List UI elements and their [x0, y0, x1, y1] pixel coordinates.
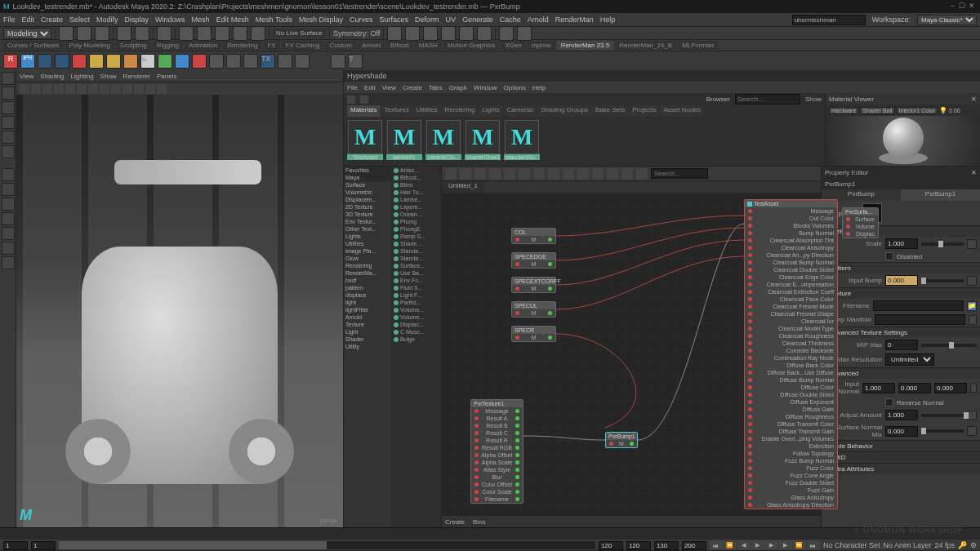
node-pxrtexture[interactable]: PxrTexture1 MessageResult AResult BResul… [470, 399, 523, 504]
save-scene-icon[interactable] [95, 26, 109, 41]
mipbias-slider[interactable] [921, 344, 977, 347]
mv-close-icon[interactable]: ✕ [971, 96, 977, 103]
history-icon[interactable] [405, 26, 420, 41]
browser-tab-bakesets[interactable]: Bake Sets [592, 105, 628, 117]
list-item[interactable]: Volume... [391, 306, 441, 313]
tree-item[interactable]: Displacem... [344, 196, 391, 203]
mv-shape-select[interactable]: Shader Ball [860, 107, 894, 114]
menu-mesh[interactable]: Mesh [192, 16, 210, 24]
fps-display[interactable]: 24 fps [934, 541, 955, 549]
disabled-checkbox[interactable] [885, 252, 893, 260]
hs-menu-tabs[interactable]: Tabs [429, 84, 443, 91]
tree-item[interactable]: Env Textur... [344, 218, 391, 225]
browser-tab-shadinggroups[interactable]: Shading Groups [537, 105, 591, 117]
browser-tab-cameras[interactable]: Cameras [504, 105, 537, 117]
shelf-tab-arnold[interactable]: Arnold [358, 41, 385, 50]
adjustamount-field[interactable] [885, 410, 918, 420]
viewport-3d-view[interactable]: persp M [16, 95, 343, 527]
shelf-icon-7[interactable] [106, 54, 121, 69]
symmetry-dropdown[interactable]: Symmetry: Off [333, 29, 380, 38]
list-item[interactable]: Bulge [391, 335, 441, 343]
menu-meshdisplay[interactable]: Mesh Display [299, 16, 343, 24]
shelf-tab-fxcaching[interactable]: FX Caching [282, 41, 324, 50]
vp-tool-icon[interactable] [88, 84, 98, 94]
snap-grid-icon[interactable] [179, 26, 194, 41]
list-item[interactable]: Fluid S... [391, 284, 441, 291]
shelf-tab-rendering[interactable]: Rendering [223, 41, 261, 50]
vp-menu-panels[interactable]: Panels [157, 73, 176, 80]
browser-tab-utilities[interactable]: Utilities [413, 105, 441, 117]
pp-tab-instance[interactable]: PxrBump1 [901, 189, 980, 201]
hs-menu-window[interactable]: Window [474, 84, 497, 91]
list-item[interactable]: Light F... [391, 291, 441, 299]
tree-item[interactable]: Utility [344, 343, 391, 350]
rewind-button[interactable]: ⏮ [710, 540, 723, 550]
graph-tool-icon[interactable] [489, 168, 501, 180]
lasso-tool[interactable] [2, 87, 15, 100]
tree-item[interactable]: Surface [344, 181, 391, 189]
menu-windows[interactable]: Windows [155, 16, 185, 24]
node-pxrsurface[interactable]: PxrSurfa... Surface Volume Displac [842, 207, 879, 238]
vp-tool-icon[interactable] [31, 84, 41, 94]
maximize-button[interactable]: ☐ [957, 2, 967, 11]
browser-tab-materials[interactable]: Materials [347, 105, 380, 117]
sidebar-input[interactable] [792, 15, 866, 25]
prev-key-button[interactable]: ◀ [737, 540, 751, 550]
shelf-icon-14[interactable] [226, 54, 241, 69]
tree-item[interactable]: Image Pla... [344, 247, 391, 255]
vp-tool-icon[interactable] [42, 84, 52, 94]
shelf-tab-rigging[interactable]: Rigging [153, 41, 183, 50]
vp-menu-shading[interactable]: Shading [40, 73, 64, 80]
menu-renderman[interactable]: RenderMan [555, 16, 594, 24]
play-back-button[interactable]: ▶ [751, 540, 764, 550]
vp-tool-icon[interactable] [20, 84, 29, 94]
list-item[interactable]: Particl... [391, 299, 441, 306]
shelf-icon-3[interactable] [38, 54, 52, 69]
next-key-button[interactable]: ▶ [779, 540, 792, 550]
current-frame-field[interactable] [31, 541, 56, 550]
graph-tool-icon[interactable] [592, 168, 604, 180]
tree-item[interactable]: Maya [344, 174, 391, 181]
tree-item[interactable]: Rendering [344, 262, 391, 269]
shelf-icon-11[interactable] [175, 54, 189, 69]
vp-menu-lighting[interactable]: Lighting [71, 73, 94, 80]
shelf-tab-mpbrw[interactable]: mpbrw [528, 41, 555, 50]
shelf-tab-poly[interactable]: Poly Modeling [65, 41, 114, 50]
move-tool[interactable] [2, 116, 15, 129]
menu-meshtools[interactable]: Mesh Tools [256, 16, 292, 24]
create-category-tree[interactable]: FavoritesMayaSurfaceVolumetricDisplacem.… [344, 167, 391, 527]
list-item[interactable]: Ramp S... [391, 233, 441, 240]
graph-tool-icon[interactable] [563, 168, 574, 180]
list-item[interactable]: Standa... [391, 247, 441, 255]
section-nodebehavior[interactable]: Node Behavior [822, 441, 980, 451]
pe-close-icon[interactable]: ✕ [971, 169, 977, 176]
ipr-icon[interactable] [441, 26, 456, 41]
shelf-icon-9[interactable]: ☯ [140, 54, 155, 69]
step-fwd-button[interactable]: ⏩ [793, 540, 806, 550]
menu-deform[interactable]: Deform [415, 16, 439, 24]
material-swatch[interactable]: MstandardSu... [504, 120, 540, 162]
tree-item[interactable]: Favorites [344, 167, 391, 174]
hs-menu-help[interactable]: Help [532, 84, 546, 91]
shelf-icon-5[interactable] [72, 54, 87, 69]
mv-hardware-select[interactable]: Hardware [829, 107, 858, 114]
shelf-icon-15[interactable] [243, 54, 258, 69]
shelf-icon-10[interactable] [158, 54, 172, 69]
range-end2-field[interactable] [626, 541, 651, 550]
menu-file[interactable]: File [3, 16, 16, 24]
list-item[interactable]: Displac... [391, 321, 441, 328]
range-start-field[interactable] [3, 541, 28, 550]
shelf-icon-16[interactable]: TX [261, 54, 275, 69]
hs-menu-edit[interactable]: Edit [364, 84, 376, 91]
time-ruler[interactable] [0, 528, 980, 540]
hs-menu-view[interactable]: View [382, 84, 396, 91]
menu-select[interactable]: Select [69, 16, 90, 24]
tree-item[interactable]: lightFilter [344, 306, 391, 313]
graph-tool-icon[interactable] [445, 168, 457, 180]
list-item[interactable]: Ocean... [391, 211, 441, 218]
list-item[interactable]: Bifrost... [391, 174, 441, 181]
shelf-ipr-icon[interactable]: IPR [20, 54, 35, 69]
tree-item[interactable]: light [344, 299, 391, 306]
tree-item[interactable]: bxdf [344, 277, 391, 284]
render-globals-icon[interactable] [477, 26, 492, 41]
